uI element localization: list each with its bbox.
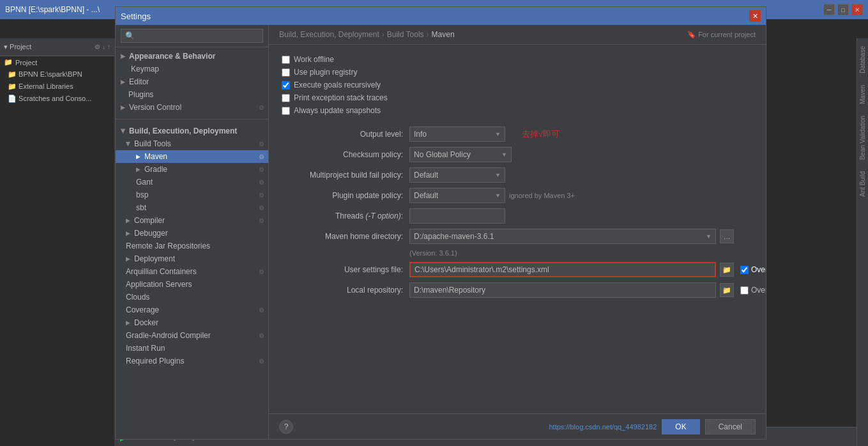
minimize-button[interactable]: ─ xyxy=(823,4,835,15)
maximize-button[interactable]: □ xyxy=(837,4,849,15)
plugin-update-row: Plugin update policy: Default ▼ ignored … xyxy=(282,188,753,203)
ide-sidebar: ▾ Project ⚙ ↓ ↑ 📁 Project 📁 BPNN E:\spar… xyxy=(0,38,115,446)
plugin-update-combo[interactable]: Default ▼ xyxy=(409,188,505,203)
output-level-combo[interactable]: Info ▼ xyxy=(409,127,505,142)
expand-icon: ▶ xyxy=(126,319,130,326)
output-level-row: Output level: Info ▼ 去掉√即可 xyxy=(282,127,753,142)
tab-bean-validation[interactable]: Bean Validation xyxy=(858,111,867,165)
local-repo-input[interactable] xyxy=(409,282,716,298)
expand-icon: ▶ xyxy=(125,142,132,146)
sidebar-item-required-plugins[interactable]: Required Plugins ⚙ xyxy=(116,355,268,367)
sidebar-item-appearance[interactable]: ▶ Appearance & Behavior xyxy=(116,50,268,63)
maven-home-browse-button[interactable]: … xyxy=(720,229,734,243)
threads-label: Threads (-T option): xyxy=(282,211,409,220)
print-exception-checkbox[interactable] xyxy=(282,94,290,102)
local-repo-override-checkbox[interactable] xyxy=(740,286,749,295)
ide-bpnn-item[interactable]: 📁 BPNN E:\spark\BPN xyxy=(0,68,114,81)
tab-maven[interactable]: Maven xyxy=(858,80,867,109)
work-offline-checkbox[interactable] xyxy=(282,56,290,64)
sidebar-item-coverage[interactable]: Coverage ⚙ xyxy=(116,304,268,316)
sidebar-item-docker[interactable]: ▶ Docker xyxy=(116,316,268,329)
sidebar-item-editor[interactable]: ▶ Editor xyxy=(116,75,268,88)
combo-arrow-icon: ▼ xyxy=(501,151,507,158)
sidebar-item-gant[interactable]: Gant ⚙ xyxy=(116,176,268,188)
multiproject-combo[interactable]: Default ▼ xyxy=(409,167,505,183)
ide-scratches[interactable]: 📄 Scratches and Conso... xyxy=(0,93,114,105)
gear-icon: ⚙ xyxy=(259,358,264,365)
ide-project-item[interactable]: 📁 Project xyxy=(0,56,114,68)
tab-ant-build[interactable]: Ant Build xyxy=(858,166,867,202)
output-level-control: Info ▼ 去掉√即可 xyxy=(409,127,753,142)
gear-icon: ⚙ xyxy=(259,166,264,173)
sidebar-item-arquillian[interactable]: Arquillian Containers ⚙ xyxy=(116,265,268,278)
always-update-checkbox[interactable] xyxy=(282,107,290,115)
user-settings-browse-button[interactable]: 📁 xyxy=(720,263,734,277)
gear-icon: ⚙ xyxy=(259,141,264,148)
dialog-body: ▶ Appearance & Behavior Keymap ▶ Editor … xyxy=(116,25,766,439)
user-settings-override-label: Override xyxy=(751,265,766,274)
sidebar-item-sbt[interactable]: sbt ⚙ xyxy=(116,201,268,214)
right-tabs-panel: Database Maven Bean Validation Ant Build xyxy=(857,38,868,446)
cancel-button[interactable]: Cancel xyxy=(705,419,756,434)
sidebar-item-debugger[interactable]: ▶ Debugger xyxy=(116,227,268,240)
user-settings-control: 📁 Override xyxy=(409,262,766,277)
close-button[interactable]: ✕ xyxy=(851,4,863,15)
user-settings-label: User settings file: xyxy=(282,265,409,274)
maven-content: Work offline Use plugin registry Execute… xyxy=(269,45,766,413)
gear-icon: ⚙ xyxy=(259,332,264,339)
sidebar-item-clouds[interactable]: Clouds xyxy=(116,291,268,304)
ide-project-toolbar: ▾ Project ⚙ ↓ ↑ xyxy=(0,38,114,56)
execute-goals-checkbox[interactable] xyxy=(282,81,290,89)
sidebar-item-compiler[interactable]: ▶ Compiler ⚙ xyxy=(116,214,268,227)
dialog-close-button[interactable]: ✕ xyxy=(749,10,761,22)
combo-arrow-icon: ▼ xyxy=(495,172,501,178)
checkbox-print-exception: Print exception stack traces xyxy=(282,93,753,102)
sidebar-item-build-exec[interactable]: ▶ Build, Execution, Deployment xyxy=(116,125,268,137)
sidebar-item-plugins[interactable]: Plugins xyxy=(116,88,268,101)
local-repo-override-label: Override xyxy=(751,286,766,295)
sidebar-item-bsp[interactable]: bsp ⚙ xyxy=(116,188,268,201)
local-repo-control: 📁 Override xyxy=(409,282,766,298)
tab-database[interactable]: Database xyxy=(858,41,867,79)
checksum-label: Checksum policy: xyxy=(282,150,409,159)
multiproject-label: Multiproject build fail policy: xyxy=(282,171,409,180)
breadcrumb-note: 🔖 For current project xyxy=(687,31,756,39)
local-repo-override-section: Override xyxy=(740,286,766,295)
always-update-label: Always update snapshots xyxy=(294,106,381,115)
gear-icon: ⚙ xyxy=(259,192,264,199)
breadcrumb-part3: Maven xyxy=(432,30,455,39)
gear-icon: ⚙ xyxy=(259,217,264,224)
maven-settings-panel: Build, Execution, Deployment › Build Too… xyxy=(269,25,766,439)
sidebar-item-gradle-android[interactable]: Gradle-Android Compiler ⚙ xyxy=(116,329,268,342)
footer-link: https://blog.csdn.net/qq_44982182 xyxy=(549,423,657,431)
ok-button[interactable]: OK xyxy=(662,419,699,434)
local-repo-browse-button[interactable]: 📁 xyxy=(720,283,734,297)
sidebar-item-gradle[interactable]: ▶ Gradle ⚙ xyxy=(116,163,268,176)
user-settings-input[interactable] xyxy=(409,262,716,277)
expand-icon: ▶ xyxy=(120,129,126,134)
help-button[interactable]: ? xyxy=(279,420,293,434)
sidebar-item-build-tools[interactable]: ▶ Build Tools ⚙ xyxy=(116,137,268,150)
dialog-title-text: Settings xyxy=(121,12,151,21)
maven-home-combo[interactable]: D:/apache-maven-3.6.1 ▼ xyxy=(409,229,716,244)
maven-home-row: Maven home directory: D:/apache-maven-3.… xyxy=(282,229,753,244)
threads-input[interactable] xyxy=(409,208,505,224)
dialog-titlebar: Settings ✕ xyxy=(116,7,766,25)
sidebar-item-app-servers[interactable]: Application Servers xyxy=(116,278,268,291)
user-settings-override-checkbox[interactable] xyxy=(740,266,749,274)
use-plugin-registry-checkbox[interactable] xyxy=(282,68,290,77)
expand-icon: ▶ xyxy=(136,166,141,173)
search-input[interactable] xyxy=(121,29,263,43)
plugin-update-hint: ignored by Maven 3+ xyxy=(509,192,575,199)
checksum-combo[interactable]: No Global Policy ▼ xyxy=(409,147,512,162)
sidebar-item-keymap[interactable]: Keymap xyxy=(116,63,268,75)
sidebar-item-remote-jar[interactable]: Remote Jar Repositories xyxy=(116,240,268,252)
sidebar-item-instant-run[interactable]: Instant Run xyxy=(116,342,268,355)
expand-icon: ▶ xyxy=(121,104,125,111)
settings-tree: ▶ Appearance & Behavior Keymap ▶ Editor … xyxy=(116,47,268,439)
user-settings-row: User settings file: 📁 Override xyxy=(282,262,753,277)
sidebar-item-maven[interactable]: ▶ Maven ⚙ xyxy=(116,150,268,163)
ide-external-libs[interactable]: 📁 External Libraries xyxy=(0,81,114,93)
sidebar-item-deployment[interactable]: ▶ Deployment xyxy=(116,252,268,265)
sidebar-item-version-control[interactable]: ▶ Version Control ⚙ xyxy=(116,101,268,114)
